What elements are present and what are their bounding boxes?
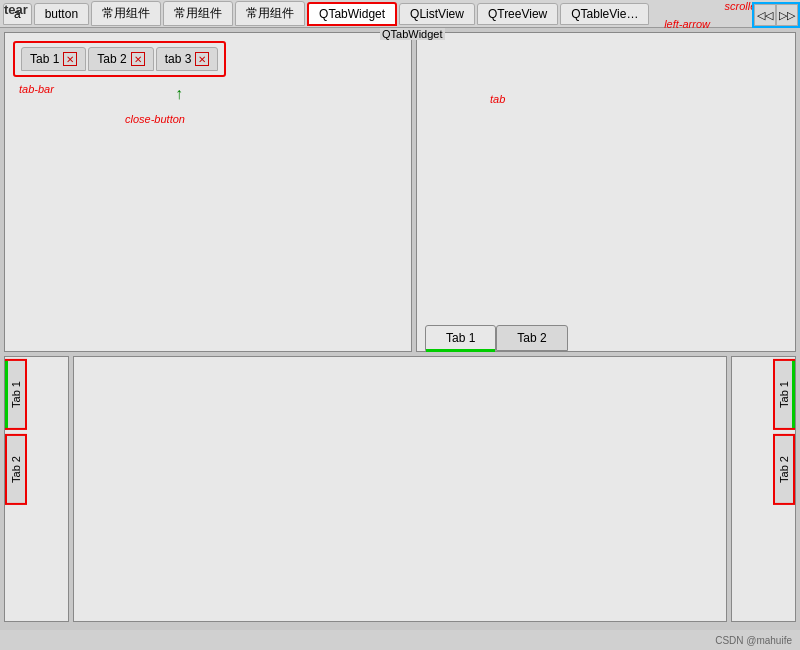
qtabwidget-subtitle: QTabWidget: [380, 28, 445, 40]
top-row: Tab 1 ✕ Tab 2 ✕ tab 3 ✕ tab-bar close-bu…: [4, 32, 796, 352]
left-vtab-tabs: Tab 1 Tab 2: [5, 357, 27, 621]
left-vtab-1[interactable]: Tab 1: [5, 359, 27, 430]
tab-3[interactable]: tab 3 ✕: [156, 47, 219, 71]
right-tab-1[interactable]: Tab 1: [425, 325, 496, 351]
tab-2[interactable]: Tab 2 ✕: [88, 47, 153, 71]
bottom-row: Tab 1 Tab 2 Tab 1 Tab 2: [4, 356, 796, 622]
footer-text: CSDN @mahuife: [715, 635, 792, 646]
tab-bar-area: Tab 1 ✕ Tab 2 ✕ tab 3 ✕ tab-bar close-bu…: [5, 33, 411, 77]
tab-content-area: [9, 77, 407, 347]
nav-right-button[interactable]: ▷▷: [776, 4, 798, 26]
tab-annotation: tab: [490, 93, 505, 105]
center-bottom-panel: [73, 356, 727, 622]
tab-1-close-button[interactable]: ✕: [63, 52, 77, 66]
nav-left-button[interactable]: ◁◁: [754, 4, 776, 26]
left-vtab-content: [27, 357, 68, 621]
footer: CSDN @mahuife: [0, 630, 800, 650]
tab-3-close-button[interactable]: ✕: [195, 52, 209, 66]
right-panel: tab Tab 1 Tab 2: [416, 32, 796, 352]
right-vertical-tab-panel: Tab 1 Tab 2: [731, 356, 796, 622]
tab-bar: Tab 1 ✕ Tab 2 ✕ tab 3 ✕: [13, 41, 226, 77]
right-tab-2[interactable]: Tab 2: [496, 325, 567, 351]
main-content: Tab 1 ✕ Tab 2 ✕ tab 3 ✕ tab-bar close-bu…: [0, 28, 800, 630]
toolbar-item-qtreeview[interactable]: QTreeView: [477, 3, 558, 25]
close-button-annotation: close-button: [125, 113, 185, 125]
tab-3-label: tab 3: [165, 52, 192, 66]
toolbar-item-button[interactable]: button: [34, 3, 89, 25]
right-vtab-tabs: Tab 1 Tab 2: [773, 357, 795, 621]
nav-buttons: ◁◁ ▷▷: [752, 2, 800, 28]
toolbar-item-common3[interactable]: 常用组件: [235, 1, 305, 26]
toolbar-item-qlistview[interactable]: QListView: [399, 3, 475, 25]
toolbar-item-qtableview[interactable]: QTableVie…: [560, 3, 649, 25]
right-vtab-content: [732, 357, 773, 621]
tab-bar-annotation: tab-bar: [19, 83, 54, 95]
toolbar-item-qtabwidget[interactable]: QTabWidget: [307, 2, 397, 26]
left-vtab-2[interactable]: Tab 2: [5, 434, 27, 505]
left-panel: Tab 1 ✕ Tab 2 ✕ tab 3 ✕ tab-bar close-bu…: [4, 32, 412, 352]
tab-2-close-button[interactable]: ✕: [131, 52, 145, 66]
close-button-arrow: ↑: [175, 85, 183, 103]
toolbar: a button 常用组件 常用组件 常用组件 QTabWidget QList…: [0, 0, 800, 28]
right-vtab-2[interactable]: Tab 2: [773, 434, 795, 505]
tab-1[interactable]: Tab 1 ✕: [21, 47, 86, 71]
toolbar-item-common1[interactable]: 常用组件: [91, 1, 161, 26]
tear-label: tear: [4, 2, 28, 17]
tab-1-label: Tab 1: [30, 52, 59, 66]
left-vertical-tab-panel: Tab 1 Tab 2: [4, 356, 69, 622]
right-panel-tab-bar: Tab 1 Tab 2: [417, 321, 795, 351]
tab-2-label: Tab 2: [97, 52, 126, 66]
right-vtab-1[interactable]: Tab 1: [773, 359, 795, 430]
toolbar-item-common2[interactable]: 常用组件: [163, 1, 233, 26]
